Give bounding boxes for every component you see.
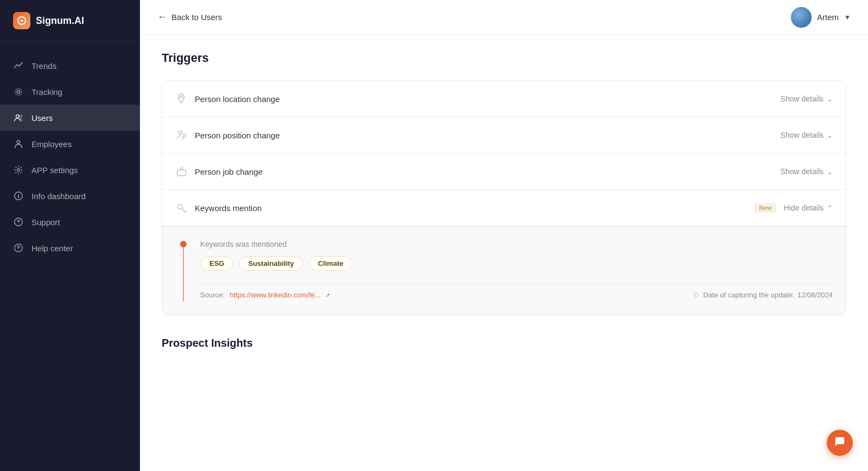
sidebar-item-trends[interactable]: Trends	[0, 53, 140, 79]
trigger-keywords-header[interactable]: Keywords mention New Hide details ⌃	[162, 190, 846, 226]
sidebar-label-help-center: Help center	[31, 244, 73, 253]
hide-details-label-keywords: Hide details	[784, 203, 824, 212]
source-label: Source:	[200, 291, 225, 299]
date-label: Date of capturing the update:	[703, 291, 794, 299]
sidebar-item-users[interactable]: Users	[0, 105, 140, 131]
sidebar-label-tracking: Tracking	[31, 87, 62, 97]
date-value: 12/08/2024	[797, 291, 833, 299]
trigger-right-keywords: New Hide details ⌃	[755, 203, 833, 213]
keyword-tag-esg: ESG	[200, 256, 233, 271]
keywords-detail-content: Keywords was mentioned ESG Sustainabilit…	[192, 240, 833, 302]
person-position-icon	[175, 129, 187, 141]
new-badge-keywords: New	[755, 203, 776, 213]
back-label: Back to Users	[171, 12, 222, 22]
sidebar: Signum.AI Trends Tracking	[0, 0, 140, 471]
svg-point-11	[18, 250, 18, 250]
trigger-row-keywords: Keywords mention New Hide details ⌃	[162, 190, 846, 315]
support-icon	[13, 217, 24, 227]
hide-details-btn-keywords[interactable]: Hide details ⌃	[784, 203, 833, 212]
source-link[interactable]: https://www.linkedin.com/fe...	[229, 291, 321, 299]
keyword-tag-climate: Climate	[309, 256, 353, 271]
sidebar-item-support[interactable]: Support	[0, 209, 140, 235]
show-details-label-location: Show details	[781, 94, 824, 103]
trigger-left-location: Person location change	[175, 93, 280, 105]
svg-point-12	[180, 96, 182, 98]
svg-point-5	[17, 141, 20, 143]
sidebar-label-info-dashboard: Info dashboard	[31, 192, 86, 201]
page-title: Triggers	[162, 51, 846, 65]
user-name: Artem	[817, 12, 839, 22]
sidebar-item-employees[interactable]: Employees	[0, 131, 140, 157]
trends-icon	[13, 60, 24, 71]
svg-rect-14	[177, 170, 186, 175]
sidebar-logo: Signum.AI	[0, 0, 140, 42]
trigger-right-location: Show details ⌄	[781, 94, 833, 103]
show-details-btn-job[interactable]: Show details ⌄	[781, 167, 833, 176]
show-details-label-job: Show details	[781, 167, 824, 176]
trigger-left-keywords: Keywords mention	[175, 202, 261, 214]
svg-point-3	[16, 115, 19, 118]
keyword-tags: ESG Sustainability Climate	[200, 256, 833, 271]
page-content: Triggers Person location change Show	[140, 35, 868, 471]
trigger-right-job: Show details ⌄	[781, 167, 833, 176]
app-logo-icon	[13, 12, 30, 29]
user-menu-chevron-icon: ▼	[844, 14, 851, 21]
help-icon	[13, 243, 24, 253]
detail-source-row: Source: https://www.linkedin.com/fe... ➚…	[200, 284, 833, 299]
trigger-name-position: Person position change	[195, 131, 280, 140]
trigger-left-job: Person job change	[175, 166, 263, 177]
settings-icon	[13, 164, 24, 175]
chat-fab-button[interactable]	[827, 430, 853, 456]
main-area: ← Back to Users Artem ▼ Triggers	[140, 0, 868, 471]
show-details-btn-position[interactable]: Show details ⌄	[781, 131, 833, 139]
timeline-vline	[183, 247, 184, 302]
keywords-timeline: Keywords was mentioned ESG Sustainabilit…	[175, 240, 833, 302]
date-capture: ⏲ Date of capturing the update: 12/08/20…	[693, 291, 833, 299]
sidebar-nav: Trends Tracking Users	[0, 42, 140, 471]
svg-point-13	[178, 131, 182, 135]
key-icon	[175, 202, 187, 214]
trigger-row-person-position[interactable]: Person position change Show details ⌄	[162, 117, 846, 154]
external-link-icon: ➚	[325, 291, 330, 299]
triggers-list: Person location change Show details ⌄	[162, 80, 846, 315]
avatar	[791, 7, 812, 28]
back-to-users-link[interactable]: ← Back to Users	[157, 11, 222, 23]
chevron-down-job-icon: ⌄	[827, 168, 833, 176]
svg-point-6	[17, 169, 20, 171]
user-menu[interactable]: Artem ▼	[791, 7, 851, 28]
sidebar-item-app-settings[interactable]: APP settings	[0, 157, 140, 183]
employees-icon	[13, 138, 24, 149]
keywords-detail-inner: Keywords was mentioned ESG Sustainabilit…	[162, 227, 846, 315]
svg-point-2	[15, 88, 22, 96]
sidebar-label-support: Support	[31, 218, 60, 227]
trigger-row-person-location[interactable]: Person location change Show details ⌄	[162, 81, 846, 117]
sidebar-label-users: Users	[31, 113, 53, 123]
svg-point-9	[18, 224, 18, 224]
clock-icon: ⏲	[693, 291, 700, 299]
show-details-btn-location[interactable]: Show details ⌄	[781, 94, 833, 103]
sidebar-label-employees: Employees	[31, 139, 72, 149]
sidebar-label-app-settings: APP settings	[31, 166, 78, 175]
keywords-details-panel: Keywords was mentioned ESG Sustainabilit…	[162, 226, 846, 315]
chat-icon	[834, 436, 846, 450]
mention-text: Keywords was mentioned	[200, 240, 833, 249]
trigger-row-person-job[interactable]: Person job change Show details ⌄	[162, 154, 846, 190]
app-logo-name: Signum.AI	[36, 15, 84, 27]
location-icon	[175, 93, 187, 105]
svg-point-4	[20, 115, 22, 118]
sidebar-item-help-center[interactable]: Help center	[0, 235, 140, 261]
chevron-up-keywords-icon: ⌃	[827, 204, 833, 212]
tracking-icon	[13, 86, 24, 97]
show-details-label-position: Show details	[781, 131, 824, 139]
trigger-name-location: Person location change	[195, 94, 280, 104]
users-icon	[13, 112, 24, 123]
trigger-left-position: Person position change	[175, 129, 280, 141]
sidebar-item-info-dashboard[interactable]: Info dashboard	[0, 183, 140, 209]
chevron-down-position-icon: ⌄	[827, 131, 833, 139]
trigger-right-position: Show details ⌄	[781, 131, 833, 139]
sidebar-item-tracking[interactable]: Tracking	[0, 79, 140, 105]
keyword-tag-sustainability: Sustainability	[239, 256, 303, 271]
prospect-insights-title: Prospect Insights	[162, 337, 846, 349]
info-icon	[13, 190, 24, 201]
briefcase-icon	[175, 166, 187, 177]
